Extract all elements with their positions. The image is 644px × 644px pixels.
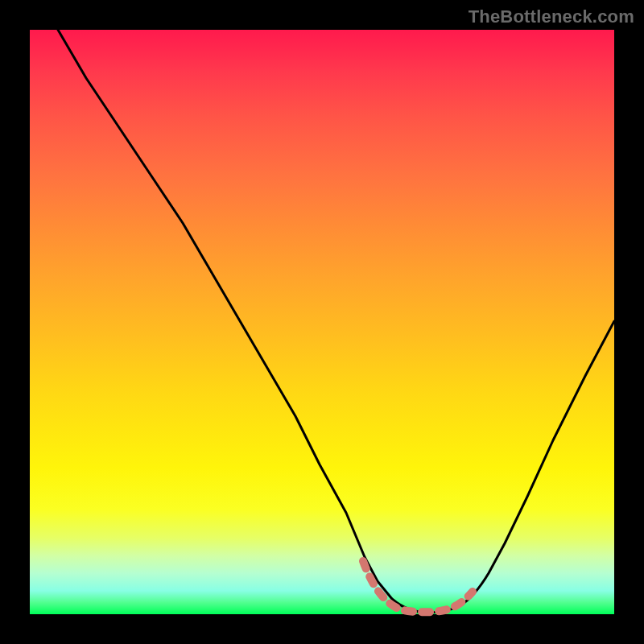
- chart-svg: [30, 30, 614, 614]
- highlight-dashes: [363, 561, 473, 612]
- watermark-text: TheBottleneck.com: [469, 6, 634, 27]
- bottleneck-curve: [58, 30, 614, 613]
- chart-frame: TheBottleneck.com: [0, 0, 644, 644]
- plot-area: [30, 30, 614, 614]
